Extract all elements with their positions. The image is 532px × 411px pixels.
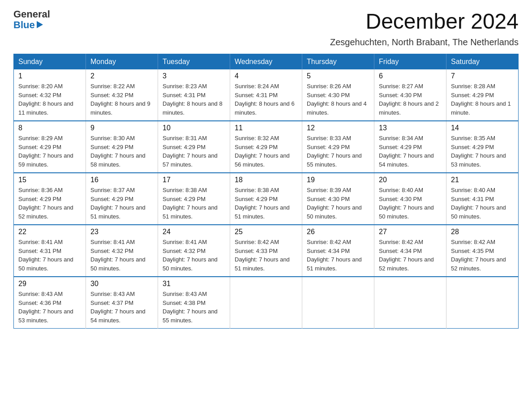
calendar-week-row: 8 Sunrise: 8:29 AM Sunset: 4:29 PM Dayli…: [14, 121, 519, 173]
sunrise-label: Sunrise: 8:42 AM: [235, 239, 279, 245]
day-info: Sunrise: 8:42 AM Sunset: 4:34 PM Dayligh…: [307, 238, 369, 273]
daylight-label: Daylight: 7 hours and 51 minutes.: [307, 256, 362, 272]
table-row: 23 Sunrise: 8:41 AM Sunset: 4:32 PM Dayl…: [86, 225, 158, 277]
table-row: 30 Sunrise: 8:43 AM Sunset: 4:37 PM Dayl…: [86, 277, 158, 329]
day-info: Sunrise: 8:24 AM Sunset: 4:31 PM Dayligh…: [235, 82, 297, 117]
day-info: Sunrise: 8:37 AM Sunset: 4:29 PM Dayligh…: [90, 186, 153, 221]
daylight-label: Daylight: 7 hours and 51 minutes.: [90, 204, 146, 220]
sunrise-label: Sunrise: 8:39 AM: [307, 187, 351, 193]
col-saturday: Saturday: [446, 54, 519, 70]
table-row: 27 Sunrise: 8:42 AM Sunset: 4:34 PM Dayl…: [374, 225, 446, 277]
daylight-label: Daylight: 7 hours and 50 minutes.: [90, 256, 146, 272]
sunrise-label: Sunrise: 8:38 AM: [163, 187, 207, 193]
day-number: 5: [307, 72, 369, 80]
table-row: 13 Sunrise: 8:34 AM Sunset: 4:29 PM Dayl…: [374, 121, 446, 173]
calendar-week-row: 22 Sunrise: 8:41 AM Sunset: 4:31 PM Dayl…: [14, 225, 519, 277]
daylight-label: Daylight: 8 hours and 9 minutes.: [90, 100, 150, 116]
sunrise-label: Sunrise: 8:30 AM: [90, 135, 135, 141]
day-number: 16: [90, 176, 153, 184]
sunset-label: Sunset: 4:33 PM: [235, 248, 278, 254]
sunrise-label: Sunrise: 8:42 AM: [379, 239, 423, 245]
sunrise-label: Sunrise: 8:36 AM: [18, 187, 63, 193]
day-number: 31: [163, 280, 225, 288]
sunset-label: Sunset: 4:29 PM: [451, 144, 494, 150]
sunset-label: Sunset: 4:31 PM: [163, 92, 206, 98]
sunrise-label: Sunrise: 8:28 AM: [451, 83, 495, 90]
day-info: Sunrise: 8:39 AM Sunset: 4:30 PM Dayligh…: [307, 186, 369, 221]
sunrise-label: Sunrise: 8:23 AM: [163, 83, 207, 90]
day-number: 24: [163, 228, 225, 236]
calendar-subtitle: Zesgehuchten, North Brabant, The Netherl…: [13, 37, 519, 47]
logo: General Blue: [13, 9, 50, 30]
daylight-label: Daylight: 8 hours and 4 minutes.: [307, 100, 367, 116]
table-row: 17 Sunrise: 8:38 AM Sunset: 4:29 PM Dayl…: [158, 173, 230, 225]
table-row: 26 Sunrise: 8:42 AM Sunset: 4:34 PM Dayl…: [302, 225, 374, 277]
sunset-label: Sunset: 4:38 PM: [163, 300, 206, 306]
sunset-label: Sunset: 4:36 PM: [18, 300, 61, 306]
table-row: [374, 277, 446, 329]
table-row: 11 Sunrise: 8:32 AM Sunset: 4:29 PM Dayl…: [230, 121, 302, 173]
day-info: Sunrise: 8:30 AM Sunset: 4:29 PM Dayligh…: [90, 134, 153, 169]
sunset-label: Sunset: 4:32 PM: [90, 248, 133, 254]
day-number: 23: [90, 228, 153, 236]
daylight-label: Daylight: 7 hours and 50 minutes.: [379, 204, 434, 220]
table-row: 25 Sunrise: 8:42 AM Sunset: 4:33 PM Dayl…: [230, 225, 302, 277]
sunrise-label: Sunrise: 8:43 AM: [163, 291, 207, 297]
daylight-label: Daylight: 7 hours and 51 minutes.: [235, 256, 290, 272]
table-row: 28 Sunrise: 8:42 AM Sunset: 4:35 PM Dayl…: [446, 225, 519, 277]
daylight-label: Daylight: 8 hours and 1 minute.: [451, 100, 511, 116]
daylight-label: Daylight: 7 hours and 57 minutes.: [163, 152, 218, 168]
day-number: 19: [307, 176, 369, 184]
table-row: 31 Sunrise: 8:43 AM Sunset: 4:38 PM Dayl…: [158, 277, 230, 329]
sunrise-label: Sunrise: 8:42 AM: [307, 239, 351, 245]
day-info: Sunrise: 8:34 AM Sunset: 4:29 PM Dayligh…: [379, 134, 442, 169]
table-row: 22 Sunrise: 8:41 AM Sunset: 4:31 PM Dayl…: [14, 225, 86, 277]
day-number: 29: [18, 280, 81, 288]
day-number: 11: [235, 124, 297, 132]
daylight-label: Daylight: 7 hours and 50 minutes.: [163, 256, 218, 272]
calendar-table: Sunday Monday Tuesday Wednesday Thursday…: [13, 54, 519, 329]
day-number: 12: [307, 124, 369, 132]
day-info: Sunrise: 8:41 AM Sunset: 4:32 PM Dayligh…: [90, 238, 153, 273]
daylight-label: Daylight: 8 hours and 11 minutes.: [18, 100, 73, 116]
sunrise-label: Sunrise: 8:33 AM: [307, 135, 351, 141]
daylight-label: Daylight: 7 hours and 58 minutes.: [90, 152, 146, 168]
sunset-label: Sunset: 4:29 PM: [163, 196, 206, 202]
daylight-label: Daylight: 7 hours and 52 minutes.: [451, 256, 506, 272]
day-number: 8: [18, 124, 81, 132]
sunrise-label: Sunrise: 8:42 AM: [451, 239, 495, 245]
day-number: 18: [235, 176, 297, 184]
day-number: 22: [18, 228, 81, 236]
col-tuesday: Tuesday: [158, 54, 230, 70]
day-info: Sunrise: 8:38 AM Sunset: 4:29 PM Dayligh…: [163, 186, 225, 221]
daylight-label: Daylight: 7 hours and 53 minutes.: [451, 152, 506, 168]
day-number: 28: [451, 228, 514, 236]
daylight-label: Daylight: 7 hours and 51 minutes.: [235, 204, 290, 220]
table-row: [446, 277, 519, 329]
sunset-label: Sunset: 4:34 PM: [307, 248, 350, 254]
daylight-label: Daylight: 7 hours and 55 minutes.: [163, 308, 218, 324]
sunrise-label: Sunrise: 8:41 AM: [163, 239, 207, 245]
sunrise-label: Sunrise: 8:38 AM: [235, 187, 279, 193]
table-row: 9 Sunrise: 8:30 AM Sunset: 4:29 PM Dayli…: [86, 121, 158, 173]
table-row: 15 Sunrise: 8:36 AM Sunset: 4:29 PM Dayl…: [14, 173, 86, 225]
sunset-label: Sunset: 4:35 PM: [451, 248, 494, 254]
sunset-label: Sunset: 4:31 PM: [235, 92, 278, 98]
sunrise-label: Sunrise: 8:22 AM: [90, 83, 135, 90]
sunset-label: Sunset: 4:32 PM: [90, 92, 133, 98]
day-info: Sunrise: 8:42 AM Sunset: 4:34 PM Dayligh…: [379, 238, 442, 273]
sunset-label: Sunset: 4:30 PM: [379, 196, 422, 202]
sunrise-label: Sunrise: 8:32 AM: [235, 135, 279, 141]
sunset-label: Sunset: 4:29 PM: [163, 144, 206, 150]
sunset-label: Sunset: 4:34 PM: [379, 248, 422, 254]
col-monday: Monday: [86, 54, 158, 70]
calendar-week-row: 1 Sunrise: 8:20 AM Sunset: 4:32 PM Dayli…: [14, 69, 519, 121]
sunset-label: Sunset: 4:31 PM: [18, 248, 61, 254]
sunset-label: Sunset: 4:29 PM: [235, 144, 278, 150]
table-row: 5 Sunrise: 8:26 AM Sunset: 4:30 PM Dayli…: [302, 69, 374, 121]
day-info: Sunrise: 8:31 AM Sunset: 4:29 PM Dayligh…: [163, 134, 225, 169]
sunset-label: Sunset: 4:30 PM: [307, 196, 350, 202]
day-info: Sunrise: 8:43 AM Sunset: 4:36 PM Dayligh…: [18, 290, 81, 325]
daylight-label: Daylight: 7 hours and 59 minutes.: [18, 152, 73, 168]
daylight-label: Daylight: 8 hours and 8 minutes.: [163, 100, 223, 116]
